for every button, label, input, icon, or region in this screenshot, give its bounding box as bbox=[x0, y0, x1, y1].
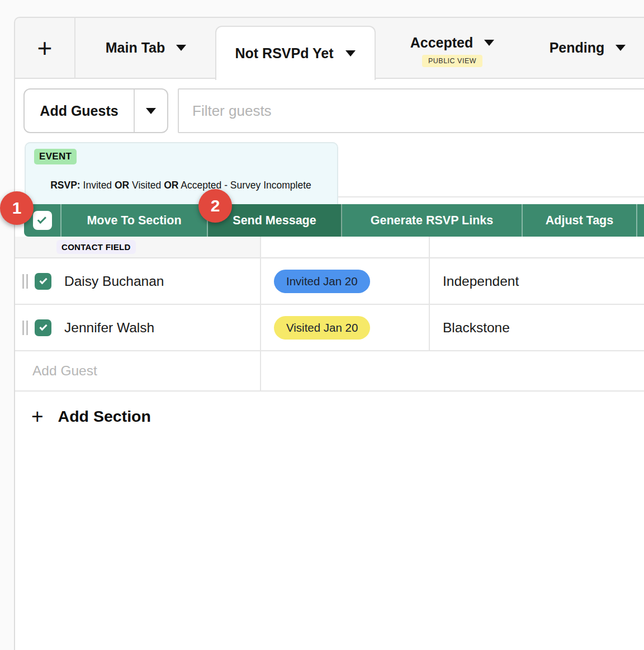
drag-handle-icon[interactable] bbox=[20, 318, 30, 337]
tab-main-tab[interactable]: Main Tab bbox=[77, 18, 215, 78]
chevron-down-icon[interactable] bbox=[176, 45, 186, 51]
add-guests-button[interactable]: Add Guests bbox=[23, 88, 168, 133]
new-tab-button[interactable]: + bbox=[15, 18, 75, 78]
tab-label: Pending bbox=[550, 40, 605, 56]
public-view-badge: PUBLIC VIEW bbox=[422, 55, 482, 67]
button-label: Adjust Tags bbox=[546, 214, 613, 228]
add-section-label: Add Section bbox=[58, 407, 151, 426]
rsvp-status-pill[interactable]: Invited Jan 20 bbox=[274, 270, 370, 293]
panel-left-border bbox=[14, 78, 15, 650]
adjust-tags-button[interactable]: Adjust Tags bbox=[523, 204, 637, 237]
check-icon bbox=[39, 276, 47, 284]
add-guests-dropdown[interactable] bbox=[135, 90, 167, 132]
column-divider bbox=[429, 237, 430, 351]
chevron-down-icon[interactable] bbox=[345, 50, 356, 56]
generate-rsvp-links-button[interactable]: Generate RSVP Links bbox=[342, 204, 523, 237]
tab-pending[interactable]: Pending bbox=[528, 18, 644, 78]
chevron-down-icon bbox=[146, 108, 156, 114]
guest-row-jennifer-walsh: Jennifer Walsh Visited Jan 20 Blackstone bbox=[15, 305, 644, 351]
tab-label: Main Tab bbox=[106, 40, 165, 56]
tab-label: Accepted bbox=[410, 35, 473, 51]
event-category-badge: EVENT bbox=[34, 149, 77, 164]
contact-field-cell[interactable]: Blackstone bbox=[443, 320, 510, 336]
filter-rule-text: RSVP: Invited OR Visited OR Accepted - S… bbox=[34, 168, 329, 203]
guest-name-cell[interactable]: Jennifer Walsh bbox=[64, 320, 154, 336]
guest-list-screen: + Main Tab Accepted PUBLIC VIEW Pending … bbox=[0, 0, 644, 650]
guest-name-cell[interactable]: Daisy Buchanan bbox=[64, 274, 164, 289]
chevron-down-icon[interactable] bbox=[484, 40, 494, 46]
add-section-button[interactable]: + Add Section bbox=[15, 393, 295, 440]
drag-handle-icon[interactable] bbox=[20, 272, 30, 291]
annotation-step-2-badge: 2 bbox=[198, 189, 232, 223]
contact-field-header-cell: CONTACT FIELD bbox=[15, 237, 260, 257]
column-divider bbox=[260, 237, 261, 392]
plus-icon: + bbox=[31, 406, 44, 427]
move-to-section-button[interactable]: Move To Section bbox=[61, 204, 208, 237]
bulk-actions-toolbar: Move To Section Send Message Generate RS… bbox=[24, 204, 644, 237]
tab-not-rsvpd-yet-active[interactable]: Not RSVPd Yet bbox=[215, 26, 376, 80]
row-checkbox[interactable] bbox=[35, 273, 51, 290]
event-filter-chip[interactable]: EVENT RSVP: Invited OR Visited OR Accept… bbox=[25, 142, 338, 211]
annotation-step-1-badge: 1 bbox=[0, 191, 34, 225]
button-label: Move To Section bbox=[87, 214, 181, 228]
add-guest-placeholder: Add Guest bbox=[32, 363, 97, 379]
toolbar-overflow-segment[interactable] bbox=[637, 204, 644, 237]
add-guest-row[interactable]: Add Guest bbox=[15, 351, 644, 392]
add-guests-label: Add Guests bbox=[25, 90, 134, 132]
plus-icon: + bbox=[37, 33, 53, 63]
check-icon bbox=[39, 323, 47, 331]
button-label: Send Message bbox=[233, 214, 316, 228]
button-label: Generate RSVP Links bbox=[371, 214, 493, 228]
row-checkbox[interactable] bbox=[35, 319, 51, 336]
rsvp-status-pill[interactable]: Visited Jan 20 bbox=[274, 316, 370, 340]
guest-row-daisy-buchanan: Daisy Buchanan Invited Jan 20 Independen… bbox=[15, 258, 644, 305]
tab-accepted[interactable]: Accepted PUBLIC VIEW bbox=[377, 21, 527, 81]
contact-field-column-header[interactable]: CONTACT FIELD bbox=[56, 240, 136, 254]
check-icon bbox=[37, 215, 46, 224]
table-header-row: CONTACT FIELD bbox=[15, 237, 644, 258]
filter-guests-input[interactable] bbox=[178, 88, 644, 133]
tab-label: Not RSVPd Yet bbox=[235, 45, 334, 62]
select-all-checkbox[interactable] bbox=[33, 211, 52, 230]
chevron-down-icon[interactable] bbox=[615, 45, 626, 51]
contact-field-cell[interactable]: Independent bbox=[443, 274, 519, 289]
